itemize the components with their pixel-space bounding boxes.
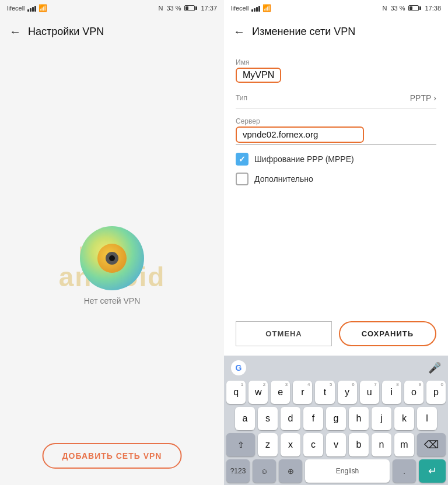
key-q[interactable]: 1 q bbox=[226, 381, 246, 404]
signal-bars-right bbox=[251, 5, 260, 12]
battery-left: 33 % bbox=[166, 5, 181, 12]
time-left: 17:37 bbox=[201, 5, 217, 12]
save-button[interactable]: СОХРАНИТЬ bbox=[339, 321, 436, 346]
key-backspace[interactable]: ⌫ bbox=[417, 433, 446, 456]
extra-checkbox[interactable] bbox=[236, 173, 249, 185]
google-icon: G bbox=[231, 360, 246, 375]
nfc-icon-right: N bbox=[382, 5, 387, 12]
key-m[interactable]: m bbox=[394, 433, 414, 456]
back-button-right[interactable]: ← bbox=[233, 25, 245, 38]
keyboard-top-bar: G 🎤 bbox=[226, 359, 446, 378]
key-num-8: 8 bbox=[396, 382, 398, 387]
status-left: lifecell 📶 bbox=[7, 4, 47, 12]
top-bar-right: ← Изменение сети VPN bbox=[224, 16, 448, 47]
cancel-button[interactable]: ОТМЕНА bbox=[236, 321, 332, 346]
vpn-form: Имя MyVPN Тип PPTP › Сервер vpnde02.forn… bbox=[224, 47, 448, 312]
key-e[interactable]: 3 e bbox=[271, 381, 290, 404]
key-r[interactable]: 4 r bbox=[293, 381, 312, 404]
key-y[interactable]: 6 y bbox=[338, 381, 357, 404]
key-period[interactable]: . bbox=[393, 459, 416, 483]
key-emoji[interactable]: ☺ bbox=[253, 459, 276, 483]
server-field-group: Сервер vpnde02.fornex.org bbox=[236, 113, 436, 145]
encryption-label: Шифрование PPP (MPPE) bbox=[254, 154, 354, 164]
keyboard-row-4: ?123 ☺ ⊕ English . ↵ bbox=[226, 459, 446, 483]
add-vpn-button[interactable]: ДОБАВИТЬ СЕТЬ VPN bbox=[43, 443, 182, 469]
key-d[interactable]: d bbox=[281, 407, 300, 430]
signal-bar-r3 bbox=[256, 7, 258, 12]
key-num-3: 3 bbox=[285, 382, 288, 387]
key-globe[interactable]: ⊕ bbox=[279, 459, 302, 483]
key-v[interactable]: v bbox=[326, 433, 346, 456]
page-title-right: Изменение сети VPN bbox=[252, 26, 355, 38]
back-button-left[interactable]: ← bbox=[9, 25, 21, 38]
key-n[interactable]: n bbox=[372, 433, 391, 456]
battery-icon-right bbox=[408, 5, 421, 11]
signal-bar-r1 bbox=[251, 9, 253, 12]
server-value: vpnde02.fornex.org bbox=[243, 129, 318, 139]
key-num-0: 0 bbox=[441, 382, 443, 387]
key-h[interactable]: h bbox=[349, 407, 369, 430]
key-z[interactable]: z bbox=[258, 433, 278, 456]
mic-icon[interactable]: 🎤 bbox=[428, 361, 441, 374]
key-w[interactable]: 2 w bbox=[249, 381, 268, 404]
name-label: Имя bbox=[236, 58, 436, 66]
key-num-6: 6 bbox=[352, 382, 354, 387]
name-input-circle: MyVPN bbox=[236, 68, 281, 83]
signal-bar-4 bbox=[34, 6, 36, 12]
key-special-left[interactable]: ?123 bbox=[226, 459, 250, 483]
action-buttons: ОТМЕНА СОХРАНИТЬ bbox=[224, 312, 448, 356]
page-title-left: Настройки VPN bbox=[28, 26, 104, 38]
encryption-checkbox[interactable]: ✓ bbox=[236, 153, 249, 166]
type-value: PPTP bbox=[410, 93, 432, 103]
key-num-2: 2 bbox=[263, 382, 265, 387]
status-right-right: N 33 % 17:38 bbox=[382, 5, 441, 12]
status-bar-right: lifecell 📶 N 33 % 17:38 bbox=[224, 0, 448, 16]
type-label: Тип bbox=[236, 94, 247, 102]
key-num-9: 9 bbox=[418, 382, 421, 387]
key-x[interactable]: x bbox=[281, 433, 300, 456]
type-field-group[interactable]: Тип PPTP › bbox=[236, 86, 436, 109]
circle-inner bbox=[97, 244, 127, 273]
key-enter[interactable]: ↵ bbox=[419, 459, 446, 483]
key-num-1: 1 bbox=[241, 382, 243, 387]
key-shift[interactable]: ⇧ bbox=[226, 433, 255, 456]
name-value: MyVPN bbox=[243, 70, 274, 80]
signal-bars-left bbox=[27, 5, 36, 12]
signal-bar-r2 bbox=[254, 8, 256, 12]
key-b[interactable]: b bbox=[349, 433, 369, 456]
key-g[interactable]: g bbox=[326, 407, 346, 430]
status-bar-left: lifecell 📶 N 33 % 17:37 bbox=[0, 0, 224, 16]
name-field-group: Имя MyVPN bbox=[236, 54, 436, 83]
key-k[interactable]: k bbox=[394, 407, 414, 430]
status-left-right: lifecell 📶 bbox=[231, 4, 271, 12]
battery-icon-left bbox=[184, 5, 197, 11]
right-panel: lifecell 📶 N 33 % 17:38 ← Изменение сети… bbox=[224, 0, 448, 485]
key-j[interactable]: j bbox=[372, 407, 391, 430]
encryption-row[interactable]: ✓ Шифрование PPP (MPPE) bbox=[236, 153, 436, 166]
keyboard: G 🎤 1 q 2 w 3 e 4 r 5 t bbox=[224, 356, 448, 485]
wifi-icon-right: 📶 bbox=[262, 4, 271, 12]
signal-bar-r4 bbox=[258, 6, 260, 12]
key-a[interactable]: a bbox=[235, 407, 255, 430]
left-panel: lifecell 📶 N 33 % 17:37 ← Настройки VPN bbox=[0, 0, 224, 485]
key-c[interactable]: c bbox=[303, 433, 323, 456]
server-label: Сервер bbox=[236, 117, 436, 125]
extra-row[interactable]: Дополнительно bbox=[236, 173, 436, 185]
key-p[interactable]: 0 p bbox=[426, 381, 446, 404]
key-space[interactable]: English bbox=[305, 459, 390, 483]
carrier-right: lifecell bbox=[231, 5, 249, 12]
key-s[interactable]: s bbox=[258, 407, 278, 430]
wifi-icon-left: 📶 bbox=[38, 4, 47, 12]
extra-label: Дополнительно bbox=[254, 174, 313, 184]
circle-eye bbox=[106, 252, 118, 265]
signal-bar-3 bbox=[32, 7, 34, 12]
vpn-empty-label: Нет сетей VPN bbox=[84, 296, 141, 305]
time-right: 17:38 bbox=[425, 5, 441, 12]
key-u[interactable]: 7 u bbox=[360, 381, 379, 404]
key-i[interactable]: 8 i bbox=[382, 381, 401, 404]
key-t[interactable]: 5 t bbox=[315, 381, 334, 404]
key-f[interactable]: f bbox=[303, 407, 323, 430]
key-o[interactable]: 9 o bbox=[404, 381, 424, 404]
key-l[interactable]: l bbox=[417, 407, 437, 430]
keyboard-row-3: ⇧ z x c v b n m ⌫ bbox=[226, 433, 446, 456]
